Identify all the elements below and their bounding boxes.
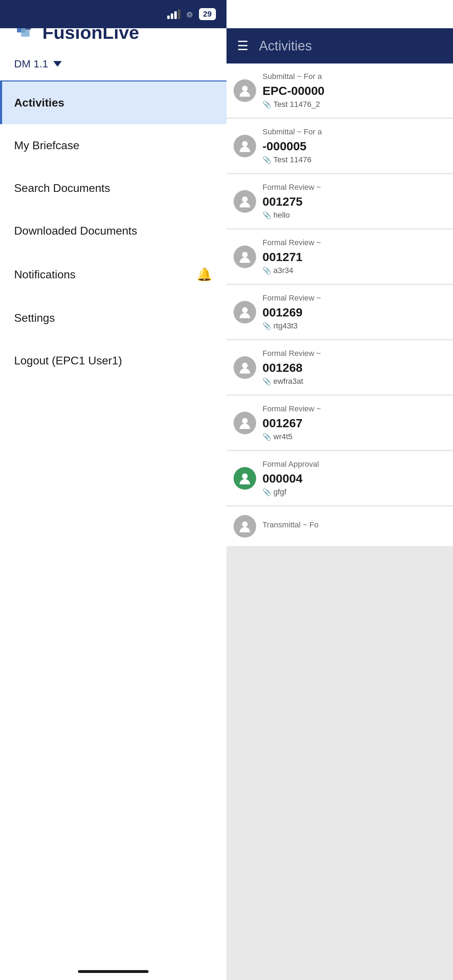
sidebar-item-downloaded-documents[interactable]: Downloaded Documents [0,210,227,252]
version-selector[interactable]: DM 1.1 [0,54,227,80]
activity-text: Formal Approval 000004 📎 gfgf [262,460,446,497]
user-icon [238,250,251,264]
sidebar-item-search-documents[interactable]: Search Documents [0,167,227,210]
avatar [234,245,256,268]
paperclip-icon: 📎 [262,266,271,275]
activity-number: EPC-00000 [262,84,446,98]
avatar [234,135,256,158]
avatar [234,301,256,323]
paperclip-icon: 📎 [262,322,271,330]
activity-item[interactable]: Submittal ~ For a EPC-00000 📎 Test 11476… [227,64,453,118]
activity-item[interactable]: Transmittal ~ Fo [227,507,453,546]
avatar [234,356,256,379]
paperclip-icon: 📎 [262,211,271,220]
svg-point-5 [242,196,248,202]
activity-type: Submittal ~ For a [262,72,446,81]
activity-item[interactable]: Formal Review ~ 001267 📎 wr4t5 [227,396,453,450]
user-icon [238,361,251,374]
sidebar-item-search-documents-label: Search Documents [14,182,110,195]
status-bar: ⌾ 29 [0,0,227,28]
activity-doc: 📎 hello [262,211,446,220]
activity-type: Formal Review ~ [262,404,446,414]
activity-type: Formal Review ~ [262,238,446,247]
sidebar-item-my-briefcase[interactable]: My Briefcase [0,124,227,167]
svg-point-8 [242,363,248,368]
user-icon [238,520,251,533]
sidebar: FusionLive DM 1.1 Activities My Briefcas… [0,0,227,980]
activity-text: Submittal ~ For a EPC-00000 📎 Test 11476… [262,72,446,109]
activity-number: 001275 [262,195,446,208]
activity-doc: 📎 gfgf [262,488,446,497]
activity-doc: 📎 Test 11476_2 [262,100,446,109]
activity-text: Formal Review ~ 001271 📎 a3r34 [262,238,446,275]
version-text: DM 1.1 [14,58,48,70]
activity-item[interactable]: Formal Approval 000004 📎 gfgf [227,451,453,505]
paperclip-icon: 📎 [262,100,271,109]
activity-type: Formal Approval [262,460,446,469]
signal-bar-3 [174,11,177,19]
user-icon [238,305,251,319]
chevron-down-icon [53,61,62,67]
activity-doc: 📎 wr4t5 [262,432,446,441]
activity-number: -000005 [262,139,446,153]
activity-text: Formal Review ~ 001275 📎 hello [262,183,446,220]
activity-number: 001269 [262,305,446,319]
avatar [234,515,256,538]
activity-doc: 📎 ewfra3at [262,377,446,386]
user-icon [238,195,251,208]
activity-number: 001271 [262,250,446,264]
activity-item[interactable]: Formal Review ~ 001268 📎 ewfra3at [227,340,453,395]
user-icon [238,139,251,153]
user-icon [238,416,251,430]
battery-badge: 29 [199,8,216,20]
activity-item[interactable]: Submittal ~ For a -000005 📎 Test 11476 [227,119,453,173]
svg-point-4 [242,141,248,147]
paperclip-icon: 📎 [262,488,271,496]
avatar [234,80,256,102]
activity-list: Submittal ~ For a EPC-00000 📎 Test 11476… [227,64,453,547]
sidebar-item-settings[interactable]: Settings [0,297,227,339]
activity-type: Transmittal ~ Fo [262,520,446,530]
activity-text: Transmittal ~ Fo [262,520,446,532]
avatar [234,412,256,434]
activity-doc: 📎 a3r34 [262,266,446,275]
sidebar-item-downloaded-documents-label: Downloaded Documents [14,224,137,237]
svg-point-3 [242,86,248,91]
home-indicator [78,970,149,973]
activity-type: Formal Review ~ [262,183,446,192]
notification-bell-icon: 🔔 [197,267,212,282]
sidebar-item-logout[interactable]: Logout (EPC1 User1) [0,339,227,382]
activity-text: Formal Review ~ 001268 📎 ewfra3at [262,349,446,386]
activity-type: Submittal ~ For a [262,127,446,137]
sidebar-item-logout-label: Logout (EPC1 User1) [14,354,122,367]
top-nav-title: Activities [259,38,312,54]
activity-doc: 📎 rtg43t3 [262,321,446,331]
user-icon [238,472,251,485]
activity-text: Formal Review ~ 001269 📎 rtg43t3 [262,294,446,331]
wifi-icon: ⌾ [187,8,192,20]
avatar [234,190,256,213]
avatar [234,467,256,490]
svg-point-10 [242,473,248,479]
activity-text: Formal Review ~ 001267 📎 wr4t5 [262,404,446,441]
activity-item[interactable]: Formal Review ~ 001271 📎 a3r34 [227,230,453,284]
svg-point-11 [242,522,248,527]
sidebar-item-my-briefcase-label: My Briefcase [14,139,79,152]
sidebar-item-activities-label: Activities [14,96,64,109]
top-nav-bar: ☰ Activities [227,28,453,64]
activity-text: Submittal ~ For a -000005 📎 Test 11476 [262,127,446,164]
activity-doc: 📎 Test 11476 [262,155,446,164]
svg-point-9 [242,418,248,424]
activity-item[interactable]: Formal Review ~ 001275 📎 hello [227,174,453,228]
signal-icon [167,9,180,19]
sidebar-item-activities[interactable]: Activities [0,81,227,124]
sidebar-item-notifications[interactable]: Notifications 🔔 [0,252,227,297]
hamburger-icon[interactable]: ☰ [237,38,248,53]
activity-number: 000004 [262,472,446,485]
content-area: Submittal ~ For a EPC-00000 📎 Test 11476… [227,64,453,980]
activity-type: Formal Review ~ [262,349,446,358]
activity-item[interactable]: Formal Review ~ 001269 📎 rtg43t3 [227,285,453,339]
signal-bar-1 [167,16,170,19]
sidebar-item-settings-label: Settings [14,312,55,325]
activity-number: 001267 [262,416,446,430]
